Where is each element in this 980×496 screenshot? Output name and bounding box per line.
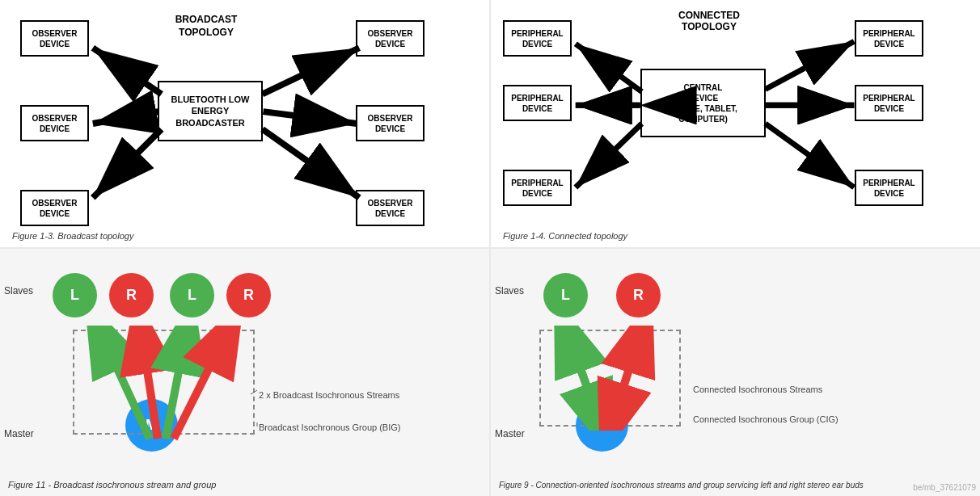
left-circle-2: L — [170, 273, 214, 317]
slaves-label-bl: Slaves — [4, 285, 33, 296]
svg-line-12 — [765, 41, 854, 89]
svg-line-11 — [576, 44, 642, 91]
left-circle-1: L — [53, 273, 97, 317]
svg-line-4 — [93, 111, 158, 124]
broadcast-topology-caption: Figure 1-3. Broadcast topology — [12, 231, 133, 241]
observer-box-6: OBSERVERDEVICE — [356, 190, 425, 226]
connected-topology-caption: Figure 1-4. Connected topology — [503, 231, 627, 241]
cig-label: Connected Isochronous Group (CIG) — [693, 414, 838, 424]
svg-line-10 — [576, 44, 642, 91]
observer-box-5: OBSERVERDEVICE — [20, 190, 89, 226]
connected-isochronous-caption: Figure 9 - Connection-oriented isochrono… — [499, 481, 864, 490]
master-label-bl: Master — [4, 428, 34, 439]
broadcast-isochronous-panel: Slaves Master L R L R M — [0, 249, 489, 496]
right-circle-br: R — [616, 273, 661, 317]
connected-title: CONNECTEDTOPOLOGY — [644, 10, 774, 32]
observer-box-1: OBSERVERDEVICE — [20, 20, 89, 57]
peripheral-box-4: PERIPHERALDEVICE — [855, 85, 923, 121]
svg-line-32 — [568, 334, 600, 422]
watermark: be/mb_37621079 — [913, 483, 976, 492]
observer-box-4: OBSERVERDEVICE — [356, 105, 425, 141]
broadcast-topology-panel: BROADCAST TOPOLOGY OBSERVERDEVICE OBSERV… — [0, 0, 489, 247]
right-circle-2: R — [226, 273, 271, 317]
peripheral-box-2: PERIPHERALDEVICE — [855, 20, 923, 57]
peripheral-box-6: PERIPHERALDEVICE — [855, 170, 923, 206]
svg-line-17 — [576, 124, 642, 187]
slaves-label-br: Slaves — [495, 285, 524, 296]
big-label: Broadcast Isochronous Group (BIG) — [259, 422, 400, 432]
svg-line-5 — [263, 111, 357, 124]
peripheral-box-3: PERIPHERALDEVICE — [503, 85, 572, 121]
svg-line-2 — [93, 48, 162, 94]
connected-topology-panel: CONNECTEDTOPOLOGY PERIPHERALDEVICE PERIP… — [491, 0, 980, 247]
ble-broadcaster-box: BLUETOOTH LOW ENERGY BROADCASTER — [158, 81, 263, 141]
svg-line-7 — [262, 129, 359, 198]
left-circle-br: L — [543, 273, 588, 317]
observer-box-2: OBSERVERDEVICE — [356, 20, 425, 57]
svg-line-3 — [262, 48, 359, 94]
central-device-box: CENTRALDEVICE(PHONE, TABLET,COMPUTER) — [640, 69, 766, 137]
connected-isochronous-panel: Slaves Master L R M Connected Isochronou… — [491, 249, 980, 496]
svg-line-6 — [93, 129, 162, 198]
peripheral-box-1: PERIPHERALDEVICE — [503, 20, 572, 57]
master-label-br: Master — [495, 428, 525, 439]
broadcast-title: BROADCAST TOPOLOGY — [150, 15, 263, 39]
observer-box-3: OBSERVERDEVICE — [20, 105, 89, 141]
bis-label: 2 x Broadcast Isochronous Streams — [259, 390, 399, 400]
broadcast-isochronous-caption: Figure 11 - Broadcast isochronous stream… — [8, 480, 216, 490]
svg-line-18 — [765, 124, 854, 187]
right-circle-1: R — [109, 273, 154, 317]
svg-line-34 — [612, 334, 640, 422]
peripheral-box-5: PERIPHERALDEVICE — [503, 170, 572, 206]
cis-label: Connected Isochronous Streams — [693, 385, 822, 394]
